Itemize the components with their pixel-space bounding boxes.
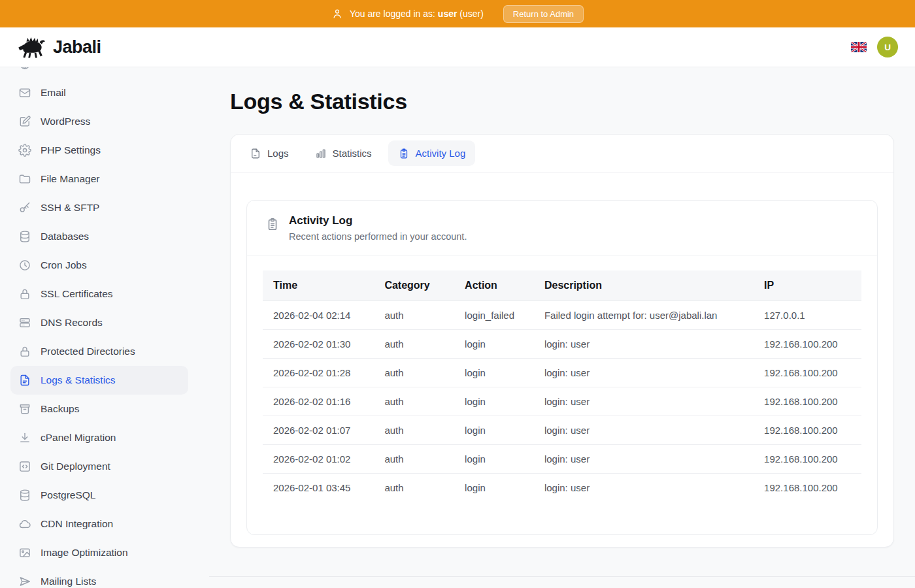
sidebar-item-cdn-integration[interactable]: CDN Integration — [10, 510, 188, 538]
table-cell: login: user — [534, 474, 754, 502]
sidebar-item-label: cPanel Migration — [41, 432, 116, 444]
table-cell: login — [454, 445, 534, 474]
sidebar-item-label: Mailing Lists — [41, 576, 96, 587]
server-icon — [18, 316, 31, 329]
activity-log-card: Activity Log Recent actions performed in… — [246, 200, 878, 535]
file-icon — [250, 148, 261, 159]
sidebar-item-dns-records[interactable]: DNS Records — [10, 308, 188, 337]
table-cell: 2026-02-02 01:16 — [263, 387, 374, 416]
sidebar-item-hidden[interactable] — [10, 67, 188, 78]
globe-icon — [18, 67, 31, 71]
sidebar-item-wordpress[interactable]: WordPress — [10, 107, 188, 136]
table-row: 2026-02-02 01:28authloginlogin: user192.… — [263, 359, 861, 387]
sidebar-item-image-optimization[interactable]: Image Optimization — [10, 538, 188, 567]
sidebar-item-label: SSH & SFTP — [41, 202, 99, 214]
table-cell: auth — [374, 474, 454, 502]
sidebar-item-label: Email — [41, 87, 66, 99]
sidebar-item-logs-statistics[interactable]: Logs & Statistics — [10, 366, 188, 395]
key-icon — [18, 201, 31, 214]
logs-panel: LogsStatisticsActivity Log Activity Log … — [230, 134, 894, 547]
table-cell: 192.168.100.200 — [754, 387, 861, 416]
sidebar-item-label: File Manager — [41, 173, 99, 185]
lock-icon — [18, 345, 31, 358]
admin-impersonation-bar: You are logged in as: user (user) Return… — [0, 0, 915, 27]
table-cell: 192.168.100.200 — [754, 474, 861, 502]
sidebar-item-ssh-sftp[interactable]: SSH & SFTP — [10, 193, 188, 222]
table-cell: 127.0.0.1 — [754, 301, 861, 330]
table-cell: 2026-02-02 01:30 — [263, 330, 374, 359]
database-icon — [18, 489, 31, 502]
tab-statistics[interactable]: Statistics — [305, 140, 382, 166]
app-header: Jabali U — [0, 27, 915, 67]
table-cell: auth — [374, 445, 454, 474]
sidebar-item-label: Databases — [41, 231, 89, 242]
table-cell: 2026-02-02 01:28 — [263, 359, 374, 387]
user-avatar[interactable]: U — [877, 37, 898, 57]
sidebar-item-label: CDN Integration — [41, 518, 113, 530]
table-cell: login: user — [534, 359, 754, 387]
column-header-description: Description — [534, 270, 754, 301]
table-cell: login — [454, 330, 534, 359]
table-cell: login — [454, 387, 534, 416]
logged-in-role: (user) — [459, 8, 484, 19]
tab-logs[interactable]: Logs — [240, 140, 299, 166]
boar-logo-icon — [17, 35, 47, 59]
table-cell: 192.168.100.200 — [754, 359, 861, 387]
activity-table: TimeCategoryActionDescriptionIP 2026-02-… — [263, 270, 861, 502]
table-cell: login: user — [534, 445, 754, 474]
tab-activity-log[interactable]: Activity Log — [388, 140, 476, 166]
table-cell: auth — [374, 330, 454, 359]
clipboard-icon — [265, 217, 280, 231]
uk-flag-icon[interactable] — [851, 42, 867, 52]
user-icon — [331, 8, 343, 20]
file-text-icon — [18, 374, 31, 387]
sidebar-item-label: Protected Directories — [41, 346, 135, 357]
sidebar-item-protected-directories[interactable]: Protected Directories — [10, 337, 188, 366]
image-icon — [18, 546, 31, 559]
table-row: 2026-02-02 01:16authloginlogin: user192.… — [263, 387, 861, 416]
folder-icon — [18, 172, 31, 186]
brand-name: Jabali — [53, 37, 101, 57]
gear-icon — [18, 144, 31, 157]
activity-table-head-row: TimeCategoryActionDescriptionIP — [263, 270, 861, 301]
sidebar-item-postgresql[interactable]: PostgreSQL — [10, 481, 188, 510]
sidebar-item-mailing-lists[interactable]: Mailing Lists — [10, 567, 188, 588]
table-row: 2026-02-02 01:07authloginlogin: user192.… — [263, 416, 861, 445]
brand[interactable]: Jabali — [17, 35, 101, 59]
sidebar-nav: EmailWordPressPHP SettingsFile ManagerSS… — [0, 67, 199, 588]
sidebar-item-ssl-certificates[interactable]: SSL Certificates — [10, 280, 188, 308]
table-cell: 192.168.100.200 — [754, 445, 861, 474]
table-cell: 192.168.100.200 — [754, 416, 861, 445]
tab-label: Activity Log — [416, 148, 466, 159]
sidebar-item-backups[interactable]: Backups — [10, 395, 188, 423]
column-header-ip: IP — [754, 270, 861, 301]
card-subtitle: Recent actions performed in your account… — [289, 231, 467, 242]
database-icon — [18, 230, 31, 243]
sidebar-item-cron-jobs[interactable]: Cron Jobs — [10, 251, 188, 280]
sidebar-item-git-deployment[interactable]: Git Deployment — [10, 452, 188, 481]
sidebar-item-label: Cron Jobs — [41, 259, 87, 271]
column-header-category: Category — [374, 270, 454, 301]
logged-in-username: user — [438, 8, 458, 19]
table-cell: auth — [374, 359, 454, 387]
table-row: 2026-02-04 02:14authlogin_failedFailed l… — [263, 301, 861, 330]
sidebar-item-label: Image Optimization — [41, 547, 128, 559]
code-icon — [18, 460, 31, 473]
return-to-admin-button[interactable]: Return to Admin — [503, 5, 584, 23]
cloud-icon — [18, 517, 31, 531]
sidebar-item-databases[interactable]: Databases — [10, 222, 188, 251]
sidebar-item-label: Logs & Statistics — [41, 374, 116, 386]
table-row: 2026-02-02 01:30authloginlogin: user192.… — [263, 330, 861, 359]
sidebar-item-php-settings[interactable]: PHP Settings — [10, 136, 188, 165]
column-header-action: Action — [454, 270, 534, 301]
sidebar-item-label: PHP Settings — [41, 144, 101, 156]
download-icon — [18, 431, 31, 444]
sidebar-item-file-manager[interactable]: File Manager — [10, 165, 188, 193]
card-title: Activity Log — [289, 214, 467, 227]
sidebar-item-cpanel-migration[interactable]: cPanel Migration — [10, 423, 188, 452]
sidebar-item-email[interactable]: Email — [10, 78, 188, 107]
table-cell: auth — [374, 301, 454, 330]
logged-in-message: You are logged in as: user (user) — [350, 8, 484, 19]
table-cell: auth — [374, 387, 454, 416]
table-cell: 2026-02-02 01:07 — [263, 416, 374, 445]
